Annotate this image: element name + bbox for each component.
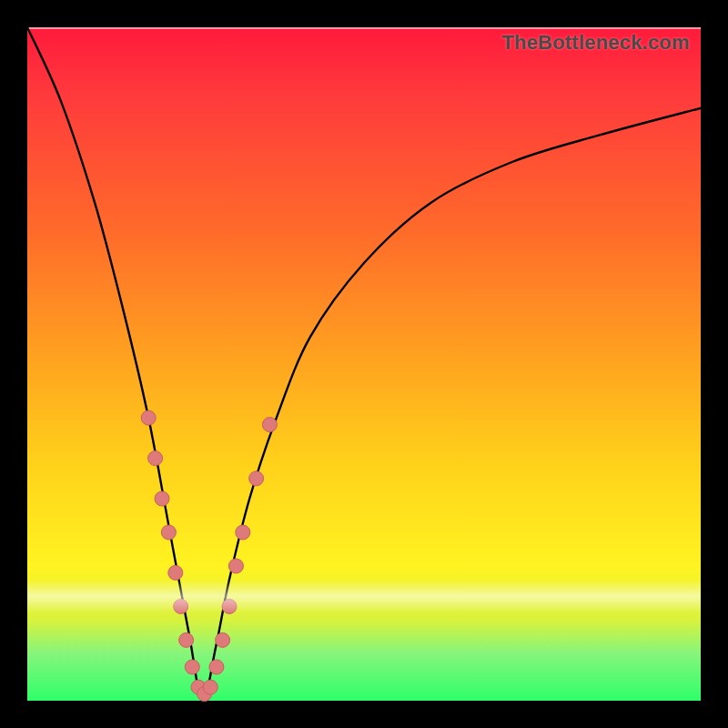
plot-area: TheBottleneck.com: [27, 27, 701, 701]
sample-point-markers: [141, 410, 277, 701]
sample-point: [161, 525, 176, 540]
bottleneck-curve: [27, 27, 701, 701]
sample-point: [174, 599, 188, 613]
sample-point: [262, 418, 277, 432]
chart-frame: TheBottleneck.com: [0, 0, 728, 728]
sample-point: [236, 525, 250, 540]
chart-svg: [27, 27, 701, 701]
sample-point: [209, 660, 224, 674]
sample-point: [141, 410, 156, 425]
sample-point: [228, 559, 243, 573]
sample-point: [222, 599, 237, 613]
sample-point: [249, 471, 264, 486]
sample-point: [168, 565, 183, 580]
sample-point: [155, 491, 169, 506]
sample-point: [185, 660, 199, 674]
sample-point: [216, 632, 230, 647]
sample-point: [203, 680, 217, 694]
sample-point: [148, 451, 163, 466]
sample-point: [179, 632, 194, 647]
